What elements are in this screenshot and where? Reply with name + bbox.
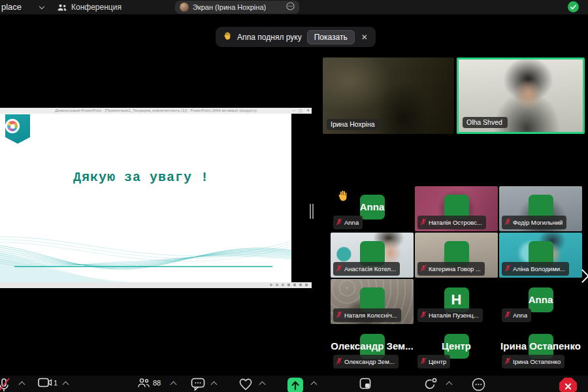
participants-count: 88: [153, 379, 161, 387]
participant-name-label: Олександр Зем...: [333, 355, 399, 369]
raised-hand-icon: [222, 31, 232, 44]
participant-tile[interactable]: Anna Anna: [499, 279, 582, 324]
apps-icon[interactable]: [423, 378, 438, 392]
muted-mic-icon: [336, 216, 342, 228]
participant-name-label: Центр: [417, 355, 450, 369]
wave-decoration: [0, 232, 291, 282]
connection-ok-icon: [568, 1, 579, 12]
bottom-toolbar: 1 88: [0, 376, 588, 392]
muted-mic-icon: [504, 263, 511, 274]
conference-label[interactable]: Конференция: [71, 0, 122, 14]
panel-resize-handle[interactable]: [310, 204, 314, 219]
raised-hand-toast: Anna поднял руку Показать ✕: [216, 27, 376, 47]
share-chevron-icon[interactable]: [311, 382, 318, 388]
participant-name-label: Аліна Володими...: [502, 262, 569, 276]
reactions-chevron-icon[interactable]: [259, 382, 266, 388]
muted-mic-icon: [420, 309, 427, 321]
shared-slide: Дякую за увагу !: [0, 114, 291, 282]
more-button[interactable]: [472, 378, 485, 392]
slideshow-controls: [270, 284, 308, 286]
participants-button[interactable]: [137, 378, 150, 391]
conference-people-icon: [57, 3, 67, 14]
participant-name-label: Наталія Пузенц...: [417, 308, 483, 323]
participant-name-label: Федір Могильний: [502, 216, 566, 230]
mic-options-chevron-icon[interactable]: [19, 382, 25, 388]
participant-tile[interactable]: Аліна Володими...: [499, 233, 582, 278]
chat-button[interactable]: [191, 378, 206, 392]
ppt-statusbar: [0, 282, 312, 288]
muted-mic-icon: [420, 263, 427, 274]
chevron-down-icon[interactable]: [39, 4, 44, 9]
tab-more-icon[interactable]: [286, 1, 295, 13]
participant-tile[interactable]: Наталія Островс...: [415, 186, 498, 231]
participant-tile[interactable]: Центр Центр: [415, 325, 498, 370]
participant-tile[interactable]: Федір Могильний: [499, 186, 582, 231]
muted-mic-icon: [420, 355, 427, 367]
close-icon[interactable]: ✕: [360, 33, 369, 42]
show-button[interactable]: Показать: [307, 30, 355, 44]
top-bar: place Конференция Экран (Ірина Нохріна): [0, 0, 588, 14]
participant-name-label: Наталя Колєсніч...: [333, 308, 401, 323]
minimize-icon: –: [293, 108, 295, 114]
muted-mic-icon: [336, 355, 342, 367]
participant-name-label: Anna: [333, 216, 363, 230]
muted-mic-icon: [336, 309, 342, 321]
participants-grid: Anna Anna Наталія Островс...: [331, 186, 582, 370]
mic-muted-button[interactable]: [0, 378, 10, 392]
apps-chevron-icon[interactable]: [446, 382, 453, 388]
screen-share-tab[interactable]: Экран (Ірина Нохріна): [175, 1, 299, 14]
participant-tile-olha-shved-active-speaker[interactable]: Olha Shved: [457, 57, 585, 134]
leave-call-button[interactable]: [559, 378, 577, 392]
screen-share-tab-label: Экран (Ірина Нохріна): [193, 3, 282, 11]
participant-tile-irina-nokhrina[interactable]: Ірина Нохріна: [323, 57, 454, 134]
reactions-heart-button[interactable]: [238, 378, 253, 392]
muted-mic-icon: [504, 216, 511, 228]
toast-message: Anna поднял руку: [237, 33, 302, 42]
participant-name-label: Катерина Говор ...: [417, 262, 485, 276]
participant-tile[interactable]: Олександр Зем... Олександр Зем...: [331, 325, 414, 370]
camera-button[interactable]: [38, 378, 52, 391]
muted-mic-icon: [504, 309, 511, 321]
muted-mic-icon: [504, 355, 511, 367]
participant-name-label: Anna: [502, 308, 531, 323]
slide-title-text: Дякую за увагу !: [73, 170, 209, 185]
ppt-window-title: Демонстрація PowerPoint - [Презентація1_…: [0, 108, 312, 114]
participant-name-label: Анастасія Котел...: [333, 262, 400, 276]
camera-count: 1: [54, 379, 57, 387]
participant-tile[interactable]: Ірина Остапенко Ірина Остапенко: [499, 325, 582, 370]
muted-mic-icon: [336, 263, 342, 274]
slide-logo-emblem: [5, 119, 20, 133]
share-screen-button[interactable]: [287, 378, 303, 392]
participant-tile[interactable]: Anna Anna: [331, 186, 414, 231]
windows-button[interactable]: [359, 378, 372, 392]
maximize-icon: ▢: [299, 108, 302, 114]
close-icon: ✕: [306, 108, 310, 114]
avatar: [180, 3, 189, 12]
participant-tile[interactable]: Катерина Говор ...: [415, 233, 498, 278]
ppt-titlebar: Демонстрація PowerPoint - [Презентація1_…: [0, 108, 312, 114]
ppt-window-controls: – ▢ ✕: [293, 108, 310, 114]
participant-name-label: Ірина Нохріна: [327, 119, 380, 130]
participant-name-label: Olha Shved: [463, 117, 508, 128]
camera-options-chevron-icon[interactable]: [63, 382, 69, 388]
participants-chevron-icon[interactable]: [171, 382, 177, 388]
participant-name-label: Наталія Островс...: [417, 216, 486, 230]
muted-mic-icon: [420, 216, 427, 228]
participant-tile[interactable]: Наталя Колєсніч...: [331, 279, 414, 324]
participant-tile[interactable]: H Наталія Пузенц...: [415, 279, 498, 324]
participant-tile[interactable]: Анастасія Котел...: [331, 233, 414, 278]
participant-name-label: Ірина Остапенко: [502, 355, 564, 369]
chat-chevron-icon[interactable]: [211, 382, 218, 388]
workspace-menu[interactable]: place: [1, 0, 22, 14]
